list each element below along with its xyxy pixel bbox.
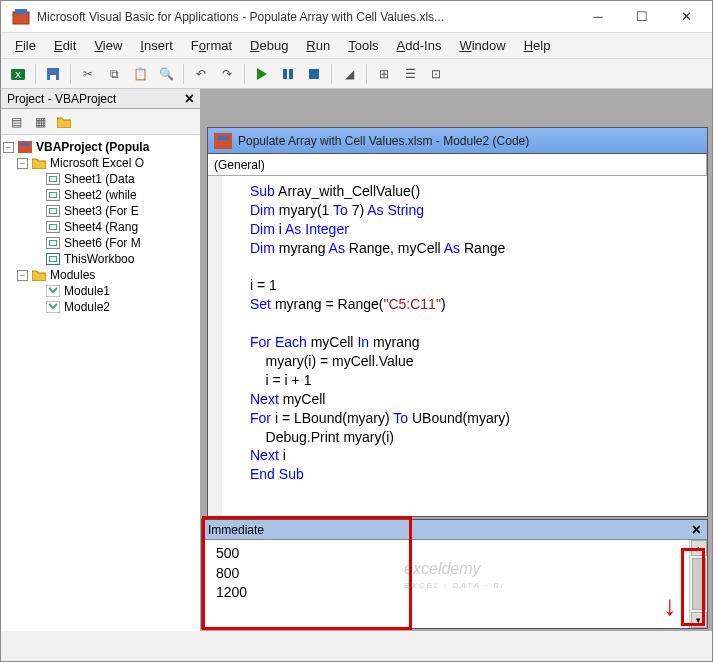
project-explorer-icon[interactable]: ⊞	[373, 63, 395, 85]
svg-rect-7	[283, 69, 287, 79]
immediate-body[interactable]: exceldemyEXCEL · DATA · BI 500 800 1200	[202, 540, 707, 628]
module-icon	[45, 284, 61, 298]
scroll-down-icon[interactable]: ▾	[691, 612, 707, 628]
toggle-folders-icon[interactable]	[53, 111, 75, 133]
immediate-line: 800	[212, 564, 697, 584]
redo-icon[interactable]: ↷	[216, 63, 238, 85]
paste-icon[interactable]: 📋	[129, 63, 151, 85]
separator	[35, 64, 36, 84]
worksheet-icon	[45, 220, 61, 234]
tree-item-label: Sheet2 (while	[64, 188, 137, 202]
module-icon	[45, 300, 61, 314]
tree-sheet[interactable]: Sheet6 (For M	[3, 235, 198, 251]
dropdown-value: (General)	[214, 158, 265, 172]
tree-item-label: Sheet3 (For E	[64, 204, 139, 218]
tree-excel-objects[interactable]: − Microsoft Excel O	[3, 155, 198, 171]
project-tree[interactable]: − VBAProject (Popula − Microsoft Excel O…	[1, 135, 200, 631]
expander-icon[interactable]: −	[17, 158, 28, 169]
menu-tools[interactable]: Tools	[340, 35, 386, 56]
menu-run[interactable]: Run	[298, 35, 338, 56]
cut-icon[interactable]: ✂	[77, 63, 99, 85]
menu-debug[interactable]: Debug	[242, 35, 296, 56]
break-icon[interactable]	[277, 63, 299, 85]
menu-addins[interactable]: Add-Ins	[389, 35, 450, 56]
immediate-line: 1200	[212, 583, 697, 603]
svg-rect-17	[217, 136, 229, 140]
undo-icon[interactable]: ↶	[190, 63, 212, 85]
run-icon[interactable]	[251, 63, 273, 85]
scroll-up-icon[interactable]: ▴	[691, 540, 707, 556]
tree-sheet[interactable]: Sheet2 (while	[3, 187, 198, 203]
svg-rect-16	[214, 133, 232, 149]
project-panel-close-icon[interactable]: ×	[185, 90, 194, 108]
find-icon[interactable]: 🔍	[155, 63, 177, 85]
separator	[183, 64, 184, 84]
tree-sheet[interactable]: Sheet3 (For E	[3, 203, 198, 219]
object-dropdown[interactable]: (General)	[208, 154, 707, 175]
svg-rect-8	[289, 69, 293, 79]
properties-icon[interactable]: ☰	[399, 63, 421, 85]
save-icon[interactable]	[42, 63, 64, 85]
project-panel-title: Project - VBAProject	[7, 92, 116, 106]
immediate-close-icon[interactable]: ×	[692, 521, 701, 539]
immediate-line: 500	[212, 544, 697, 564]
immediate-header[interactable]: Immediate ×	[202, 520, 707, 540]
expander-icon[interactable]: −	[17, 270, 28, 281]
scroll-thumb[interactable]	[692, 558, 706, 610]
svg-rect-13	[20, 143, 30, 146]
view-excel-icon[interactable]: X	[7, 63, 29, 85]
menu-format[interactable]: Format	[183, 35, 240, 56]
tree-item-label: Sheet6 (For M	[64, 236, 141, 250]
worksheet-icon	[45, 236, 61, 250]
svg-text:X: X	[15, 70, 21, 80]
immediate-scrollbar[interactable]: ▴ ▾	[689, 540, 707, 628]
menu-insert[interactable]: Insert	[132, 35, 181, 56]
tree-item-label: Sheet4 (Rang	[64, 220, 138, 234]
tree-modules-folder[interactable]: − Modules	[3, 267, 198, 283]
svg-rect-5	[50, 75, 56, 80]
tree-module[interactable]: Module1	[3, 283, 198, 299]
menu-edit[interactable]: Edit	[46, 35, 84, 56]
separator	[244, 64, 245, 84]
separator	[366, 64, 367, 84]
separator	[331, 64, 332, 84]
reset-icon[interactable]	[303, 63, 325, 85]
expander-icon[interactable]: −	[3, 142, 14, 153]
standard-toolbar: X ✂ ⧉ 📋 🔍 ↶ ↷ ◢ ⊞ ☰ ⊡	[1, 59, 712, 89]
menu-view[interactable]: View	[86, 35, 130, 56]
object-browser-icon[interactable]: ⊡	[425, 63, 447, 85]
close-button[interactable]: ✕	[664, 2, 708, 32]
editor-area: Populate Array with Cell Values.xlsm - M…	[201, 89, 712, 631]
menu-file[interactable]: File	[7, 35, 44, 56]
maximize-button[interactable]: ☐	[620, 2, 664, 32]
tree-root[interactable]: − VBAProject (Popula	[3, 139, 198, 155]
worksheet-icon	[45, 188, 61, 202]
menu-help[interactable]: Help	[516, 35, 559, 56]
window-title: Microsoft Visual Basic for Applications …	[37, 10, 576, 24]
code-editor[interactable]: Sub Array_with_CellValue() Dim myary(1 T…	[208, 176, 707, 516]
minimize-button[interactable]: ─	[576, 2, 620, 32]
code-window-titlebar[interactable]: Populate Array with Cell Values.xlsm - M…	[208, 128, 707, 154]
tree-sheet[interactable]: ThisWorkboo	[3, 251, 198, 267]
tree-sheet[interactable]: Sheet4 (Rang	[3, 219, 198, 235]
view-code-icon[interactable]: ▤	[5, 111, 27, 133]
workbook-icon	[45, 252, 61, 266]
window-titlebar: Microsoft Visual Basic for Applications …	[1, 1, 712, 33]
menu-window[interactable]: Window	[451, 35, 513, 56]
design-mode-icon[interactable]: ◢	[338, 63, 360, 85]
view-object-icon[interactable]: ▦	[29, 111, 51, 133]
code-window-title: Populate Array with Cell Values.xlsm - M…	[238, 134, 529, 148]
tree-item-label: ThisWorkboo	[64, 252, 134, 266]
main-area: Project - VBAProject × ▤ ▦ − VBAProject …	[1, 89, 712, 631]
svg-rect-9	[309, 69, 319, 79]
folder-icon	[31, 268, 47, 282]
code-window: Populate Array with Cell Values.xlsm - M…	[207, 127, 708, 517]
tree-item-label: Module1	[64, 284, 110, 298]
tree-sheet[interactable]: Sheet1 (Data	[3, 171, 198, 187]
tree-folder-label: Microsoft Excel O	[50, 156, 144, 170]
code-dropdown-bar: (General)	[208, 154, 707, 176]
project-panel-toolbar: ▤ ▦	[1, 109, 200, 135]
svg-rect-12	[18, 141, 32, 153]
tree-module[interactable]: Module2	[3, 299, 198, 315]
copy-icon[interactable]: ⧉	[103, 63, 125, 85]
